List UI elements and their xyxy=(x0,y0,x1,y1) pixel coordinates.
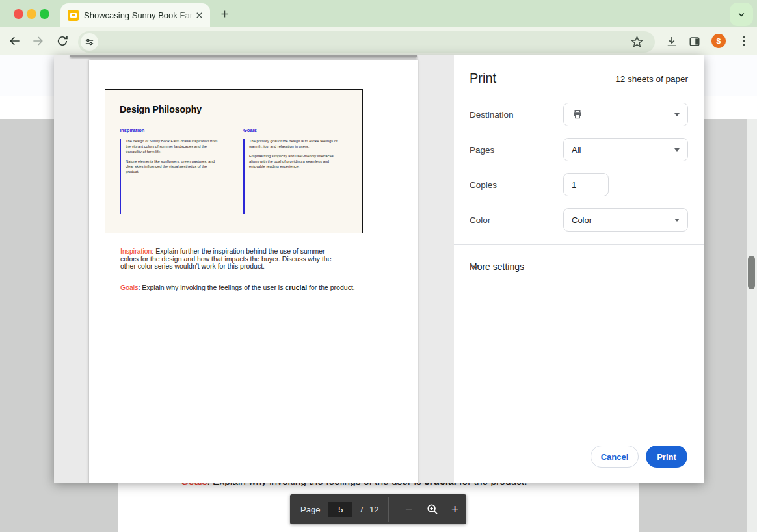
back-button[interactable] xyxy=(8,34,21,47)
color-select[interactable]: Color xyxy=(563,208,688,232)
tab-close-icon[interactable] xyxy=(194,10,204,20)
print-button[interactable]: Print xyxy=(646,446,687,468)
window-minimize-button[interactable] xyxy=(27,9,36,19)
browser-window: Showcasing Sunny Book Farm xyxy=(0,0,757,532)
kebab-menu-icon[interactable] xyxy=(737,34,750,47)
window-zoom-button[interactable] xyxy=(40,9,49,19)
zoom-out-button[interactable]: − xyxy=(403,502,414,516)
chevron-down-icon xyxy=(470,261,481,273)
zoom-in-button[interactable]: + xyxy=(449,502,460,516)
new-tab-button[interactable] xyxy=(219,8,230,20)
printer-icon xyxy=(572,109,583,120)
speaker-note-goals: Goals: Explain why invoking the feelings… xyxy=(120,284,393,292)
address-bar[interactable] xyxy=(78,31,655,53)
pages-label: Pages xyxy=(470,145,494,155)
bookmark-star-icon[interactable] xyxy=(631,36,643,48)
tab-title: Showcasing Sunny Book Farm xyxy=(84,10,193,20)
dropdown-caret-icon xyxy=(674,113,680,116)
more-settings-row[interactable]: More settings xyxy=(454,253,704,280)
print-dialog-title: Print xyxy=(470,71,496,86)
download-icon[interactable] xyxy=(665,35,678,48)
copies-label: Copies xyxy=(470,180,497,190)
forward-button[interactable] xyxy=(31,34,44,47)
page-total: 12 xyxy=(369,505,378,514)
slide-heading-inspiration: Inspiration xyxy=(120,127,144,133)
print-preview-pane: Design Philosophy Inspiration Goals The … xyxy=(54,55,454,483)
slides-favicon-icon xyxy=(68,10,79,21)
preview-page: Design Philosophy Inspiration Goals The … xyxy=(89,60,418,483)
page-toolbar: Page / 12 − + xyxy=(290,494,466,524)
page-number-input[interactable] xyxy=(328,502,352,517)
tab-strip: Showcasing Sunny Book Farm xyxy=(0,0,757,27)
page-separator: / xyxy=(360,505,363,514)
scrollbar-thumb[interactable] xyxy=(748,256,755,289)
slide-title: Design Philosophy xyxy=(120,104,202,114)
print-settings-pane: Print 12 sheets of paper Destination Pag… xyxy=(454,55,704,483)
destination-label: Destination xyxy=(470,110,514,120)
dropdown-caret-icon xyxy=(674,219,680,222)
browser-profile-avatar[interactable]: S xyxy=(711,34,726,48)
sheets-summary: 12 sheets of paper xyxy=(615,74,688,84)
print-dialog: Design Philosophy Inspiration Goals The … xyxy=(54,55,704,483)
speaker-note-inspiration: Inspiration: Explain further the inspira… xyxy=(120,248,340,271)
color-label: Color xyxy=(470,215,490,225)
dropdown-caret-icon xyxy=(674,148,680,152)
slide-design-philosophy: Design Philosophy Inspiration Goals The … xyxy=(105,89,363,233)
color-value: Color xyxy=(572,215,592,225)
site-settings-icon[interactable] xyxy=(81,33,98,51)
page-label: Page xyxy=(300,505,320,514)
toolbar-divider xyxy=(388,497,389,522)
previous-sheet-edge xyxy=(70,55,417,57)
slide-goals-text: The primary goal of the design is to evo… xyxy=(243,139,344,214)
tab-search-button[interactable] xyxy=(730,3,753,26)
side-panel-icon[interactable] xyxy=(688,35,701,48)
browser-tab[interactable]: Showcasing Sunny Book Farm xyxy=(60,3,210,27)
destination-select[interactable] xyxy=(563,103,688,126)
pages-value: All xyxy=(572,145,581,155)
copies-input[interactable] xyxy=(563,173,609,196)
slide-inspiration-text: The design of Sunny Book Farm draws insp… xyxy=(120,139,220,214)
window-scrollbar[interactable] xyxy=(747,119,757,532)
window-close-button[interactable] xyxy=(14,9,23,19)
slide-heading-goals: Goals xyxy=(243,127,257,133)
cancel-button[interactable]: Cancel xyxy=(591,446,639,468)
settings-divider xyxy=(454,244,704,245)
zoom-magnifier-icon[interactable] xyxy=(425,502,440,516)
pages-select[interactable]: All xyxy=(563,138,688,161)
reload-button[interactable] xyxy=(56,34,69,47)
